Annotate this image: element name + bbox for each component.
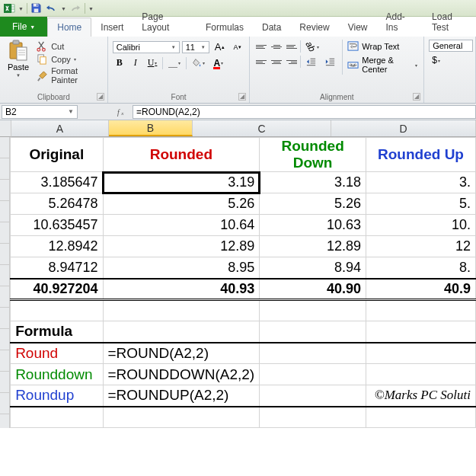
cell[interactable]: 12 [366,236,476,257]
cell[interactable]: 3.185647 [11,172,103,193]
increase-indent-button[interactable] [321,55,339,69]
align-center-button[interactable] [270,56,283,68]
redo-icon[interactable] [69,2,81,14]
cut-button[interactable]: Cut [35,40,103,53]
cell[interactable] [366,321,476,343]
col-header-d[interactable]: D [331,120,476,136]
align-bottom-button[interactable] [285,40,299,53]
italic-button[interactable]: I [129,56,142,70]
cell[interactable]: Original [11,138,103,172]
row-header[interactable] [0,372,9,393]
font-color-button[interactable]: A▾ [210,56,226,70]
app-menu-drop-icon[interactable]: ▼ [18,6,24,11]
cell[interactable]: 12.8942 [11,236,103,257]
format-painter-button[interactable]: Format Painter [35,65,103,85]
save-icon[interactable] [30,2,43,14]
fx-icon[interactable]: fx [117,107,128,117]
cell[interactable] [103,321,260,343]
tab-review[interactable]: Review [290,18,338,37]
cell[interactable] [11,407,103,428]
cell[interactable]: =ROUND(A2,2) [103,343,260,364]
font-size-combo[interactable]: 11▼ [182,41,209,53]
align-middle-button[interactable] [270,40,283,53]
cell[interactable]: Roundup [11,385,103,407]
row-header[interactable] [0,329,9,350]
cell[interactable]: 40.927204 [11,279,103,300]
row-header[interactable] [0,393,9,414]
copy-button[interactable]: Copy▾ [35,53,103,65]
cell[interactable]: Formula [11,321,103,343]
paste-button[interactable]: Paste ▼ [3,38,34,87]
row-header[interactable] [0,222,9,244]
cell[interactable]: 10. [366,215,476,236]
cell[interactable]: Rounded [103,138,260,172]
cell[interactable]: 8.94712 [11,257,103,279]
cell[interactable] [366,343,476,364]
cell[interactable]: =ROUNDDOWN(A2,2) [103,364,260,385]
cell[interactable] [260,300,366,321]
number-format-combo[interactable]: General [429,40,473,52]
undo-icon[interactable] [46,2,58,14]
dialog-launcher-icon[interactable]: ◢ [97,93,104,101]
tab-view[interactable]: View [339,18,377,37]
cell[interactable]: 40.93 [103,279,260,300]
cell[interactable]: Rounded Down [260,138,366,172]
align-right-button[interactable] [285,56,299,68]
row-header[interactable] [0,180,9,201]
fill-color-button[interactable]: ▾ [189,56,208,69]
currency-button[interactable]: $▾ [429,53,443,67]
row-header[interactable] [0,350,9,372]
row-header[interactable] [0,308,9,329]
tab-data[interactable]: Data [253,18,290,37]
border-button[interactable]: ▾ [165,57,184,69]
row-header[interactable] [0,265,9,286]
cell[interactable]: 5.26478 [11,193,103,215]
tab-formulas[interactable]: Formulas [196,18,253,37]
cell[interactable]: 12.89 [103,236,260,257]
tab-insert[interactable]: Insert [91,18,133,37]
cell[interactable] [260,321,366,343]
dialog-launcher-icon[interactable]: ◢ [413,93,420,101]
cell[interactable] [260,407,366,428]
cell-selected[interactable]: 3.19 [103,172,260,193]
cell[interactable]: 10.64 [103,215,260,236]
cell[interactable] [11,300,103,321]
cell[interactable]: 5. [366,193,476,215]
tab-page-layout[interactable]: Page Layout [133,8,196,37]
row-header[interactable] [0,137,9,158]
tab-load-test[interactable]: Load Test [423,8,476,37]
cell[interactable]: Round [11,343,103,364]
decrease-indent-button[interactable] [302,55,320,69]
select-all-corner[interactable] [0,120,11,137]
merge-center-button[interactable]: a Merge & Center▾ [346,55,419,75]
cell[interactable]: 10.635457 [11,215,103,236]
cell[interactable]: Rounddown [11,364,103,385]
name-box[interactable]: B2▼ [2,105,78,119]
cell[interactable] [366,407,476,428]
grow-font-button[interactable]: A▴ [212,40,228,54]
row-header[interactable] [0,244,9,265]
cell[interactable] [260,364,366,385]
cell[interactable] [103,300,260,321]
dialog-launcher-icon[interactable]: ◢ [238,93,246,101]
row-header[interactable] [0,201,9,222]
underline-button[interactable]: U▾ [145,56,161,70]
col-header-a[interactable]: A [11,120,109,136]
cell[interactable]: 10.63 [260,215,366,236]
col-header-b[interactable]: B [109,120,193,136]
cell[interactable]: 8.94 [260,257,366,279]
cell[interactable]: 40.90 [260,279,366,300]
shrink-font-button[interactable]: A▾ [230,42,244,53]
tab-file[interactable]: File▼ [0,17,47,37]
cell[interactable] [366,300,476,321]
cell[interactable]: 8. [366,257,476,279]
bold-button[interactable]: B [113,56,126,70]
cell[interactable]: 3. [366,172,476,193]
align-left-button[interactable] [254,56,268,68]
tab-addins[interactable]: Add-Ins [377,8,423,37]
cell[interactable]: 40.9 [366,279,476,300]
cell[interactable] [260,343,366,364]
font-name-combo[interactable]: Calibri▼ [113,41,180,53]
cell[interactable]: 8.95 [103,257,260,279]
row-header[interactable] [0,286,9,308]
